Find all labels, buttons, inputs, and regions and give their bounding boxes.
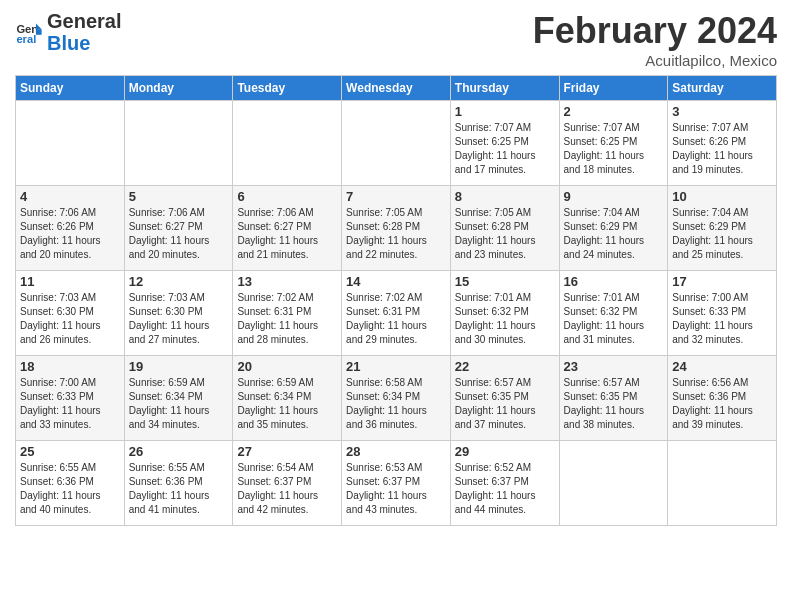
calendar-cell — [124, 101, 233, 186]
day-info: Sunrise: 6:59 AM Sunset: 6:34 PM Dayligh… — [237, 376, 337, 432]
day-info: Sunrise: 6:58 AM Sunset: 6:34 PM Dayligh… — [346, 376, 446, 432]
day-info: Sunrise: 7:06 AM Sunset: 6:27 PM Dayligh… — [237, 206, 337, 262]
calendar-cell — [342, 101, 451, 186]
calendar-cell: 24Sunrise: 6:56 AM Sunset: 6:36 PM Dayli… — [668, 356, 777, 441]
calendar-cell: 8Sunrise: 7:05 AM Sunset: 6:28 PM Daylig… — [450, 186, 559, 271]
calendar-cell: 28Sunrise: 6:53 AM Sunset: 6:37 PM Dayli… — [342, 441, 451, 526]
calendar-cell: 19Sunrise: 6:59 AM Sunset: 6:34 PM Dayli… — [124, 356, 233, 441]
day-number: 10 — [672, 189, 772, 204]
calendar-cell: 2Sunrise: 7:07 AM Sunset: 6:25 PM Daylig… — [559, 101, 668, 186]
day-info: Sunrise: 7:04 AM Sunset: 6:29 PM Dayligh… — [564, 206, 664, 262]
day-number: 18 — [20, 359, 120, 374]
logo: Gen eral General Blue — [15, 10, 121, 54]
day-info: Sunrise: 7:07 AM Sunset: 6:26 PM Dayligh… — [672, 121, 772, 177]
day-info: Sunrise: 7:02 AM Sunset: 6:31 PM Dayligh… — [237, 291, 337, 347]
title-area: February 2024 Acuitlapilco, Mexico — [533, 10, 777, 69]
calendar-cell: 9Sunrise: 7:04 AM Sunset: 6:29 PM Daylig… — [559, 186, 668, 271]
calendar-cell: 23Sunrise: 6:57 AM Sunset: 6:35 PM Dayli… — [559, 356, 668, 441]
day-number: 23 — [564, 359, 664, 374]
week-row-0: 1Sunrise: 7:07 AM Sunset: 6:25 PM Daylig… — [16, 101, 777, 186]
calendar-cell: 29Sunrise: 6:52 AM Sunset: 6:37 PM Dayli… — [450, 441, 559, 526]
calendar-cell — [16, 101, 125, 186]
day-number: 13 — [237, 274, 337, 289]
day-info: Sunrise: 6:54 AM Sunset: 6:37 PM Dayligh… — [237, 461, 337, 517]
day-number: 1 — [455, 104, 555, 119]
day-info: Sunrise: 6:52 AM Sunset: 6:37 PM Dayligh… — [455, 461, 555, 517]
calendar-cell: 20Sunrise: 6:59 AM Sunset: 6:34 PM Dayli… — [233, 356, 342, 441]
calendar-table: SundayMondayTuesdayWednesdayThursdayFrid… — [15, 75, 777, 526]
day-number: 12 — [129, 274, 229, 289]
day-info: Sunrise: 7:06 AM Sunset: 6:27 PM Dayligh… — [129, 206, 229, 262]
calendar-cell: 26Sunrise: 6:55 AM Sunset: 6:36 PM Dayli… — [124, 441, 233, 526]
day-number: 19 — [129, 359, 229, 374]
calendar-cell: 25Sunrise: 6:55 AM Sunset: 6:36 PM Dayli… — [16, 441, 125, 526]
week-row-3: 18Sunrise: 7:00 AM Sunset: 6:33 PM Dayli… — [16, 356, 777, 441]
day-number: 2 — [564, 104, 664, 119]
day-info: Sunrise: 6:55 AM Sunset: 6:36 PM Dayligh… — [129, 461, 229, 517]
day-number: 4 — [20, 189, 120, 204]
day-number: 28 — [346, 444, 446, 459]
calendar-cell: 11Sunrise: 7:03 AM Sunset: 6:30 PM Dayli… — [16, 271, 125, 356]
week-row-4: 25Sunrise: 6:55 AM Sunset: 6:36 PM Dayli… — [16, 441, 777, 526]
day-info: Sunrise: 7:06 AM Sunset: 6:26 PM Dayligh… — [20, 206, 120, 262]
day-info: Sunrise: 7:03 AM Sunset: 6:30 PM Dayligh… — [129, 291, 229, 347]
day-number: 9 — [564, 189, 664, 204]
day-number: 25 — [20, 444, 120, 459]
day-info: Sunrise: 7:03 AM Sunset: 6:30 PM Dayligh… — [20, 291, 120, 347]
day-info: Sunrise: 7:01 AM Sunset: 6:32 PM Dayligh… — [564, 291, 664, 347]
weekday-header-wednesday: Wednesday — [342, 76, 451, 101]
day-info: Sunrise: 6:59 AM Sunset: 6:34 PM Dayligh… — [129, 376, 229, 432]
weekday-header-monday: Monday — [124, 76, 233, 101]
calendar-cell: 13Sunrise: 7:02 AM Sunset: 6:31 PM Dayli… — [233, 271, 342, 356]
weekday-header-tuesday: Tuesday — [233, 76, 342, 101]
calendar-cell: 17Sunrise: 7:00 AM Sunset: 6:33 PM Dayli… — [668, 271, 777, 356]
week-row-1: 4Sunrise: 7:06 AM Sunset: 6:26 PM Daylig… — [16, 186, 777, 271]
day-info: Sunrise: 7:00 AM Sunset: 6:33 PM Dayligh… — [672, 291, 772, 347]
calendar-cell: 27Sunrise: 6:54 AM Sunset: 6:37 PM Dayli… — [233, 441, 342, 526]
weekday-header-row: SundayMondayTuesdayWednesdayThursdayFrid… — [16, 76, 777, 101]
day-info: Sunrise: 7:05 AM Sunset: 6:28 PM Dayligh… — [346, 206, 446, 262]
weekday-header-sunday: Sunday — [16, 76, 125, 101]
calendar-cell: 1Sunrise: 7:07 AM Sunset: 6:25 PM Daylig… — [450, 101, 559, 186]
day-number: 14 — [346, 274, 446, 289]
weekday-header-saturday: Saturday — [668, 76, 777, 101]
day-info: Sunrise: 7:02 AM Sunset: 6:31 PM Dayligh… — [346, 291, 446, 347]
day-number: 27 — [237, 444, 337, 459]
day-info: Sunrise: 6:57 AM Sunset: 6:35 PM Dayligh… — [564, 376, 664, 432]
day-number: 11 — [20, 274, 120, 289]
calendar-cell: 10Sunrise: 7:04 AM Sunset: 6:29 PM Dayli… — [668, 186, 777, 271]
day-info: Sunrise: 7:07 AM Sunset: 6:25 PM Dayligh… — [564, 121, 664, 177]
month-title: February 2024 — [533, 10, 777, 52]
day-info: Sunrise: 7:04 AM Sunset: 6:29 PM Dayligh… — [672, 206, 772, 262]
day-info: Sunrise: 6:55 AM Sunset: 6:36 PM Dayligh… — [20, 461, 120, 517]
header: Gen eral General Blue February 2024 Acui… — [15, 10, 777, 69]
calendar-cell: 7Sunrise: 7:05 AM Sunset: 6:28 PM Daylig… — [342, 186, 451, 271]
day-number: 5 — [129, 189, 229, 204]
day-number: 17 — [672, 274, 772, 289]
day-info: Sunrise: 7:00 AM Sunset: 6:33 PM Dayligh… — [20, 376, 120, 432]
day-number: 16 — [564, 274, 664, 289]
calendar-cell: 21Sunrise: 6:58 AM Sunset: 6:34 PM Dayli… — [342, 356, 451, 441]
calendar-cell: 5Sunrise: 7:06 AM Sunset: 6:27 PM Daylig… — [124, 186, 233, 271]
day-number: 8 — [455, 189, 555, 204]
calendar-cell: 6Sunrise: 7:06 AM Sunset: 6:27 PM Daylig… — [233, 186, 342, 271]
calendar-cell: 18Sunrise: 7:00 AM Sunset: 6:33 PM Dayli… — [16, 356, 125, 441]
day-number: 20 — [237, 359, 337, 374]
logo-blue: Blue — [47, 32, 121, 54]
day-info: Sunrise: 7:07 AM Sunset: 6:25 PM Dayligh… — [455, 121, 555, 177]
calendar-cell — [559, 441, 668, 526]
location-title: Acuitlapilco, Mexico — [533, 52, 777, 69]
day-number: 6 — [237, 189, 337, 204]
calendar-cell: 22Sunrise: 6:57 AM Sunset: 6:35 PM Dayli… — [450, 356, 559, 441]
day-info: Sunrise: 7:01 AM Sunset: 6:32 PM Dayligh… — [455, 291, 555, 347]
calendar-cell: 16Sunrise: 7:01 AM Sunset: 6:32 PM Dayli… — [559, 271, 668, 356]
svg-rect-3 — [36, 29, 42, 35]
day-info: Sunrise: 6:53 AM Sunset: 6:37 PM Dayligh… — [346, 461, 446, 517]
calendar-cell — [668, 441, 777, 526]
day-number: 3 — [672, 104, 772, 119]
day-number: 15 — [455, 274, 555, 289]
day-number: 7 — [346, 189, 446, 204]
logo-general: General — [47, 10, 121, 32]
weekday-header-thursday: Thursday — [450, 76, 559, 101]
calendar-cell: 4Sunrise: 7:06 AM Sunset: 6:26 PM Daylig… — [16, 186, 125, 271]
